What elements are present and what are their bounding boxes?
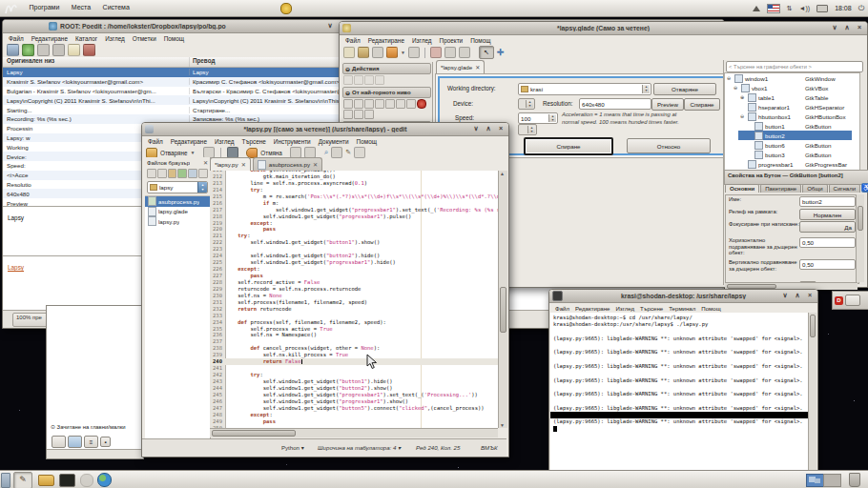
browser-icon[interactable] (97, 473, 112, 487)
widget-palette-icon[interactable] (375, 99, 384, 109)
close-icon[interactable]: × (496, 124, 506, 133)
code-line-215[interactable]: 215 m = re.search('Pos:\\s*(.*?)s\\s*(\\… (210, 193, 498, 200)
editor-hscrollbar[interactable] (210, 428, 498, 437)
widget-palette-icon[interactable] (354, 110, 363, 119)
expander-icon[interactable]: ⊖ (727, 75, 733, 81)
maximize-icon[interactable]: ∧ (842, 23, 852, 32)
glade-menu-изглед[interactable]: Изглед (412, 37, 432, 44)
code-line-249[interactable]: 249 pass (210, 418, 498, 425)
code-line-233[interactable]: 233 (210, 313, 498, 319)
open-dropdown-icon[interactable]: ▼ (190, 150, 195, 155)
code-line-238[interactable]: 238 def cancel_process(widget, other = N… (210, 345, 498, 352)
distro-logo-icon[interactable] (4, 1, 19, 16)
preview-button[interactable]: Preview (651, 98, 684, 111)
message-dialog-icon[interactable] (417, 99, 426, 109)
rollup-icon[interactable]: ∨ (471, 124, 481, 133)
property-value[interactable]: 0,50 (799, 237, 856, 248)
tab-width-selector[interactable]: Широчина на табулатора: 4 ▾ (318, 444, 401, 451)
code-line-222[interactable]: 222 self.window1.get_widget("button1").s… (210, 239, 498, 246)
tree-item-button3[interactable]: button3GtkButton (725, 150, 859, 159)
file-item-asubprocess.py[interactable]: asubprocess.py (145, 196, 210, 207)
fragment-button[interactable] (845, 295, 860, 306)
drag-resize-tool-icon[interactable]: ✛ (497, 48, 505, 57)
code-line-217[interactable]: 217 self.window1.get_widget("progressbar… (210, 207, 498, 214)
property-value[interactable]: Нормален (799, 209, 856, 220)
gedit-menu-документи[interactable]: Документи (319, 138, 349, 145)
tree-item-vbox1[interactable]: ⊖vbox1GtkVBox (725, 83, 859, 92)
up-folder-icon[interactable] (168, 169, 177, 178)
close-icon[interactable]: ✕ (241, 161, 246, 168)
undo-button-label[interactable]: Отмяна (260, 150, 282, 156)
terminal-menu-файл[interactable]: Файл (555, 305, 569, 312)
terminal-menu-редактиране[interactable]: Редактиране (575, 305, 610, 312)
editor-tab-lapsy.py[interactable]: *lapsy.py✕ (210, 157, 251, 171)
undo-icon[interactable] (246, 148, 258, 158)
code-line-244[interactable]: 244 self.window1.get_widget("button2").s… (210, 385, 498, 392)
close-icon[interactable]: ✕ (203, 159, 208, 166)
tab-общи[interactable]: Общи (802, 184, 827, 193)
language-selector[interactable]: Python ▾ (281, 444, 304, 451)
poedit-menu-помощ[interactable]: Помощ (164, 35, 184, 42)
code-line-230[interactable]: 230 self.ns = None (210, 293, 498, 299)
fullscreen-icon[interactable] (83, 44, 95, 56)
power-icon[interactable]: ⏻ (858, 4, 864, 13)
code-line-227[interactable]: 227 pass (210, 273, 498, 279)
property-value[interactable]: 0,50 (799, 259, 856, 270)
side-panel-header[interactable]: Файлов браузър ✕ (145, 157, 210, 168)
list-button[interactable]: ≡ (84, 436, 98, 448)
code-line-228[interactable]: 228 self.record_active = False (210, 279, 498, 286)
poedit-menu-отметки[interactable]: Отметки (133, 35, 156, 42)
trash-icon[interactable] (849, 473, 860, 487)
code-line-226[interactable]: 226 except: (210, 266, 498, 273)
glade-menu-файл[interactable]: Файл (345, 37, 361, 44)
code-line-241[interactable]: 241 (210, 365, 498, 372)
gedit-menu-редактиране[interactable]: Редактиране (171, 138, 207, 145)
tab-основни[interactable]: Основни (725, 184, 759, 193)
forward-icon[interactable] (157, 169, 167, 178)
gedit-icon[interactable]: ✎ (13, 472, 32, 488)
code-line-214[interactable]: 214 try: (210, 187, 498, 193)
widget-palette-icon[interactable] (396, 99, 405, 109)
maximize-icon[interactable]: ∧ (793, 291, 802, 300)
comment-icon[interactable] (68, 44, 80, 56)
code-line-234[interactable]: 234 def process(self, filename1, filenam… (210, 319, 498, 326)
widget-palette-icon[interactable] (343, 99, 353, 109)
tree-item-progressbar1[interactable]: progressbar1GtkProgressBar (725, 159, 859, 169)
code-line-239[interactable]: 239 self.ns.kill_process = True (210, 352, 498, 358)
code-line-213[interactable]: 213 line = self.ns.process.asyncread(0.1… (210, 180, 498, 187)
spellcheck-icon[interactable] (354, 147, 365, 158)
code-line-236[interactable]: 236 self.ns = Namespace() (210, 332, 498, 338)
glade-titlebar[interactable]: *lapsy.glade (Само за четене) ∨ ∧ × (340, 22, 867, 35)
tree-item-table1[interactable]: ⊕table1GtkTable (725, 92, 859, 102)
terminal-screen[interactable]: krasi@shodan-desktop:~$ cd /usr/share/la… (550, 313, 808, 474)
glade-menu-редактиране[interactable]: Редактиране (368, 37, 404, 44)
widget-palette-icon[interactable] (406, 99, 416, 109)
code-line-229[interactable]: 229 returncode = self.ns.process.returnc… (210, 286, 498, 293)
gedit-editor[interactable]: 211 while gtk.events_pending():212 gtk.m… (210, 171, 498, 428)
expander-icon[interactable]: ⊖ (740, 113, 746, 119)
rollup-icon[interactable]: ∨ (780, 291, 790, 300)
cut-icon[interactable] (430, 47, 442, 58)
widget-palette-icon[interactable] (354, 99, 363, 109)
menu-applications[interactable]: Програми (25, 0, 63, 15)
browse-button[interactable] (68, 436, 82, 448)
poedit-menu-редактиране[interactable]: Редактиране (31, 35, 68, 42)
home-icon[interactable] (188, 169, 197, 178)
menu-system[interactable]: Система (99, 0, 134, 15)
tab-пакетиране[interactable]: Пакетиране (760, 184, 801, 193)
editor-tab-asubprocess.py[interactable]: asubprocess.py✕ (253, 157, 322, 171)
device-combo[interactable]: ▴▾ (518, 98, 535, 110)
tree-item-button2[interactable]: button2GtkButton (725, 131, 859, 140)
code-line-248[interactable]: 248 except: (210, 412, 498, 418)
gedit-menu-изглед[interactable]: Изглед (215, 138, 235, 145)
battery-icon[interactable] (816, 5, 828, 12)
resolution-field[interactable]: 640x480 (579, 98, 651, 110)
open-button[interactable]: Отваряне (653, 83, 716, 95)
widget-search-input[interactable]: < Търсене на графични обекти > (726, 61, 863, 72)
pretranslate-icon[interactable] (52, 44, 65, 56)
redo-icon[interactable] (408, 47, 420, 58)
paste-icon[interactable] (459, 47, 470, 58)
code-line-218[interactable]: 218 self.window1.get_widget("progressbar… (210, 214, 498, 220)
update-icon[interactable] (753, 6, 760, 11)
terminal-menu-терминал[interactable]: Терминал (669, 305, 695, 312)
